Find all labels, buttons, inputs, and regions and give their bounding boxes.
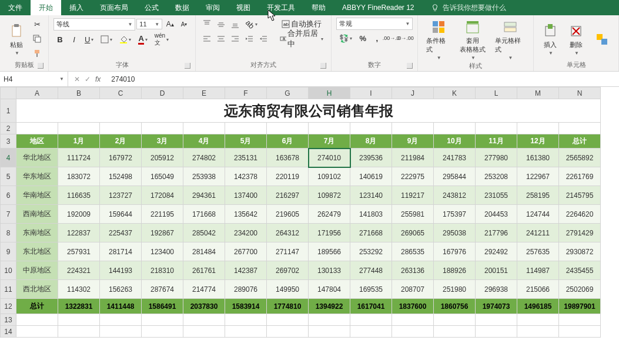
cancel-formula-button[interactable]: ✕ — [74, 75, 80, 83]
align-right-button[interactable] — [229, 32, 242, 45]
row-header-2[interactable]: 2 — [1, 123, 16, 134]
cell-B9[interactable]: 257931 — [58, 242, 100, 261]
paste-button[interactable]: 粘贴 ▼ — [5, 18, 28, 60]
header-cell[interactable]: 8月 — [350, 134, 392, 149]
phonetic-button[interactable]: wén文▾ — [152, 33, 172, 46]
cell-C4[interactable]: 167972 — [100, 149, 142, 167]
bold-button[interactable]: B — [53, 33, 66, 46]
cell[interactable] — [559, 326, 601, 338]
cell-J10[interactable]: 263136 — [392, 261, 434, 280]
cell[interactable] — [267, 314, 309, 326]
cell-I11[interactable]: 169535 — [350, 280, 392, 299]
col-header-B[interactable]: B — [58, 87, 100, 99]
cell-I7[interactable]: 141803 — [350, 205, 392, 224]
cell-H6[interactable]: 109872 — [309, 186, 350, 205]
cell-D6[interactable]: 172084 — [142, 186, 183, 205]
dialog-launcher-icon[interactable] — [320, 63, 326, 69]
cell[interactable] — [58, 314, 100, 326]
cell-N8[interactable]: 2791429 — [559, 224, 601, 242]
delete-cells-button[interactable]: 删除▼ — [564, 18, 588, 60]
col-header-C[interactable]: C — [100, 87, 142, 99]
cell-B4[interactable]: 111724 — [58, 149, 100, 167]
cell-N7[interactable]: 2264620 — [559, 205, 601, 224]
cell[interactable] — [350, 314, 392, 326]
formula-input[interactable]: 274010 — [106, 74, 619, 85]
cell[interactable] — [142, 314, 183, 326]
orientation-button[interactable]: ab▾ — [243, 18, 260, 31]
cell-I10[interactable]: 277448 — [350, 261, 392, 280]
row-header-8[interactable]: 8 — [1, 224, 16, 242]
cell[interactable] — [225, 123, 267, 134]
cell-C7[interactable]: 159644 — [100, 205, 142, 224]
cell-K4[interactable]: 241783 — [434, 149, 476, 167]
total-cell[interactable]: 1583914 — [225, 299, 267, 314]
header-cell[interactable]: 12月 — [517, 134, 559, 149]
cell-L5[interactable]: 253208 — [476, 167, 517, 186]
cell-E6[interactable]: 294361 — [183, 186, 225, 205]
header-cell[interactable]: 9月 — [392, 134, 434, 149]
cell-E9[interactable]: 281484 — [183, 242, 225, 261]
enter-formula-button[interactable]: ✓ — [85, 75, 91, 83]
cell[interactable] — [476, 123, 517, 134]
total-cell[interactable]: 1394922 — [309, 299, 350, 314]
col-header-J[interactable]: J — [392, 87, 434, 99]
total-cell[interactable]: 1837600 — [392, 299, 434, 314]
dialog-launcher-icon[interactable] — [407, 63, 413, 69]
cell-E10[interactable]: 261761 — [183, 261, 225, 280]
header-cell[interactable]: 3月 — [142, 134, 183, 149]
cell-A6[interactable]: 华南地区 — [16, 186, 58, 205]
cell-F7[interactable]: 135642 — [225, 205, 267, 224]
cell[interactable] — [183, 314, 225, 326]
total-cell[interactable]: 总计 — [16, 299, 58, 314]
total-cell[interactable]: 1496185 — [517, 299, 559, 314]
decrease-decimal-button[interactable]: .0→.00 — [399, 32, 411, 45]
row-header-10[interactable]: 10 — [1, 261, 16, 280]
cell-G4[interactable]: 163678 — [267, 149, 309, 167]
row-header-12[interactable]: 12 — [1, 299, 16, 314]
cell-A9[interactable]: 东北地区 — [16, 242, 58, 261]
cut-button[interactable]: ✂ — [31, 18, 44, 31]
cell[interactable] — [392, 314, 434, 326]
dialog-launcher-icon[interactable] — [185, 63, 190, 69]
align-center-button[interactable] — [215, 32, 227, 45]
cell-J4[interactable]: 211984 — [392, 149, 434, 167]
cell-I4[interactable]: 239536 — [350, 149, 392, 167]
cell-N9[interactable]: 2930872 — [559, 242, 601, 261]
cell-styles-button[interactable]: 单元格样式▼ — [491, 18, 528, 62]
cell-L7[interactable]: 204453 — [476, 205, 517, 224]
cell-K6[interactable]: 243812 — [434, 186, 476, 205]
increase-indent-button[interactable] — [257, 32, 270, 45]
cell[interactable] — [225, 314, 267, 326]
cell-L11[interactable]: 296938 — [476, 280, 517, 299]
total-cell[interactable]: 1860756 — [434, 299, 476, 314]
row-header-9[interactable]: 9 — [1, 242, 16, 261]
cell-J11[interactable]: 208707 — [392, 280, 434, 299]
cell-L10[interactable]: 200151 — [476, 261, 517, 280]
row-header-6[interactable]: 6 — [1, 186, 16, 205]
cell-I5[interactable]: 140619 — [350, 167, 392, 186]
align-middle-button[interactable] — [215, 18, 227, 31]
tab-data[interactable]: 数据 — [167, 0, 198, 15]
tab-addon[interactable]: ABBYY FineReader 12 — [334, 0, 423, 15]
cell-G5[interactable]: 220119 — [267, 167, 309, 186]
format-painter-button[interactable] — [31, 47, 44, 60]
cell-F9[interactable]: 267700 — [225, 242, 267, 261]
cell-K7[interactable]: 175397 — [434, 205, 476, 224]
fill-color-button[interactable]: ▾ — [116, 33, 134, 46]
cell-A10[interactable]: 中原地区 — [16, 261, 58, 280]
cell[interactable] — [559, 314, 601, 326]
row-header-11[interactable]: 11 — [1, 280, 16, 299]
cell[interactable] — [16, 326, 58, 338]
italic-button[interactable]: I — [68, 33, 81, 46]
select-all-corner[interactable] — [1, 87, 16, 99]
col-header-E[interactable]: E — [183, 87, 225, 99]
col-header-N[interactable]: N — [559, 87, 601, 99]
currency-button[interactable]: 💱▾ — [336, 32, 355, 45]
cell-N11[interactable]: 2502069 — [559, 280, 601, 299]
cell-M10[interactable]: 114987 — [517, 261, 559, 280]
cell-D10[interactable]: 218310 — [142, 261, 183, 280]
cell-M7[interactable]: 124744 — [517, 205, 559, 224]
align-left-button[interactable] — [200, 32, 213, 45]
cell-D7[interactable]: 221195 — [142, 205, 183, 224]
cell-C10[interactable]: 144193 — [100, 261, 142, 280]
